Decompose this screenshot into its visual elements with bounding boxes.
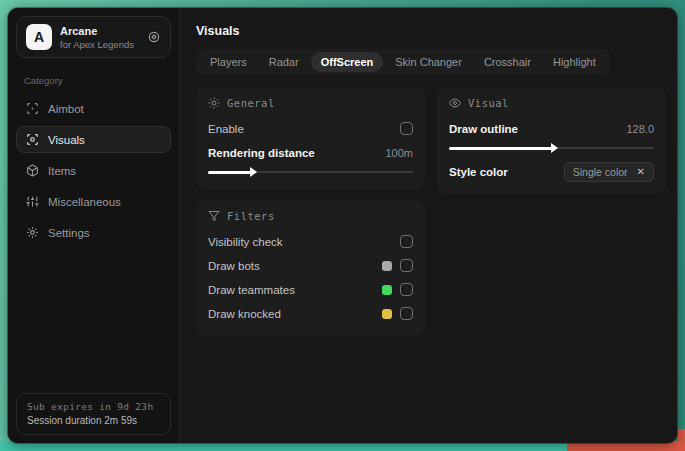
tab-crosshair[interactable]: Crosshair [474,52,541,72]
tab-radar[interactable]: Radar [259,52,309,72]
enable-label: Enable [208,123,244,135]
app-subtitle: for Apex Legends [60,39,134,50]
panels-area: General Enable Rendering distance 100m [196,87,661,336]
draw-outline-slider[interactable] [449,142,654,153]
visibility-check-label: Visibility check [208,236,283,248]
rendering-distance-value: 100m [385,147,413,159]
main-content: Visuals Players Radar OffScreen Skin Cha… [180,8,677,443]
sun-icon [208,97,220,109]
visual-panel-title: Visual [468,97,509,109]
draw-bots-row: Draw bots [208,255,413,276]
app-name: Arcane [60,25,134,37]
draw-outline-value: 128.0 [626,123,654,135]
sidebar-item-label: Visuals [48,134,85,146]
filters-panel: Filters Visibility check Draw bots [196,200,425,336]
draw-knocked-row: Draw knocked [208,303,413,324]
gear-icon [26,226,39,239]
general-panel-header: General [208,97,413,109]
left-column: General Enable Rendering distance 100m [196,87,425,336]
background-red-edge [678,429,685,451]
rendering-distance-label: Rendering distance [208,147,315,159]
app-window: A Arcane for Apex Legends Category [8,8,677,443]
visual-panel-header: Visual [449,97,654,109]
draw-knocked-label: Draw knocked [208,308,281,320]
eye-scan-icon [26,133,39,146]
funnel-icon [208,210,220,222]
draw-bots-color-swatch[interactable] [382,261,392,271]
sidebar: A Arcane for Apex Legends Category [8,8,180,443]
draw-teammates-label: Draw teammates [208,284,295,296]
app-logo: A [26,24,52,50]
eye-icon [449,97,461,109]
draw-bots-checkbox[interactable] [400,259,413,272]
target-icon[interactable] [147,30,161,44]
style-color-selected-value: Single color [573,166,628,178]
slider-fill [449,147,552,150]
right-column: Visual Draw outline 128.0 Style color [437,87,666,194]
style-color-dropdown[interactable]: Single color ✕ [564,162,654,182]
sidebar-item-items[interactable]: Items [16,157,171,184]
slider-fill [208,171,251,174]
filters-panel-header: Filters [208,210,413,222]
cube-icon [26,164,39,177]
sidebar-item-miscellaneous[interactable]: Miscellaneous [16,188,171,215]
sidebar-item-aimbot[interactable]: Aimbot [16,95,171,122]
sidebar-nav: Aimbot Visuals [8,93,179,248]
draw-teammates-row: Draw teammates [208,279,413,300]
sidebar-item-settings[interactable]: Settings [16,219,171,246]
sidebar-item-visuals[interactable]: Visuals [16,126,171,153]
rendering-distance-slider[interactable] [208,166,413,177]
visibility-check-checkbox[interactable] [400,235,413,248]
crosshair-scan-icon [26,102,39,115]
enable-checkbox[interactable] [400,122,413,135]
visual-panel: Visual Draw outline 128.0 Style color [437,87,666,194]
draw-outline-row: Draw outline 128.0 [449,118,654,139]
sidebar-item-label: Items [48,165,76,177]
sub-expires-text: Sub expires in 9d 23h [27,401,160,412]
draw-teammates-color-swatch[interactable] [382,285,392,295]
enable-row: Enable [208,118,413,139]
rendering-distance-row: Rendering distance 100m [208,142,413,163]
tab-players[interactable]: Players [200,52,257,72]
tab-offscreen[interactable]: OffScreen [311,52,384,72]
general-panel: General Enable Rendering distance 100m [196,87,425,190]
sidebar-item-label: Miscellaneous [48,196,121,208]
filters-panel-title: Filters [227,210,275,222]
draw-knocked-color-swatch[interactable] [382,309,392,319]
clear-icon[interactable]: ✕ [637,167,645,177]
sidebar-item-label: Aimbot [48,103,84,115]
tab-skin-changer[interactable]: Skin Changer [385,52,472,72]
style-color-row: Style color Single color ✕ [449,161,654,182]
draw-teammates-checkbox[interactable] [400,283,413,296]
sidebar-item-label: Settings [48,227,90,239]
category-label: Category [24,75,163,86]
subscription-info-box: Sub expires in 9d 23h Session duration 2… [16,393,171,435]
app-header: A Arcane for Apex Legends [16,16,171,58]
tab-bar: Players Radar OffScreen Skin Changer Cro… [196,49,610,75]
app-title-block: Arcane for Apex Legends [60,25,134,50]
tab-highlight[interactable]: Highlight [543,52,606,72]
draw-bots-label: Draw bots [208,260,260,272]
page-title: Visuals [196,24,661,38]
style-color-label: Style color [449,166,508,178]
draw-knocked-checkbox[interactable] [400,307,413,320]
session-duration-text: Session duration 2m 59s [27,415,160,426]
general-panel-title: General [227,97,275,109]
sliders-icon [26,195,39,208]
draw-outline-label: Draw outline [449,123,518,135]
visibility-check-row: Visibility check [208,231,413,252]
